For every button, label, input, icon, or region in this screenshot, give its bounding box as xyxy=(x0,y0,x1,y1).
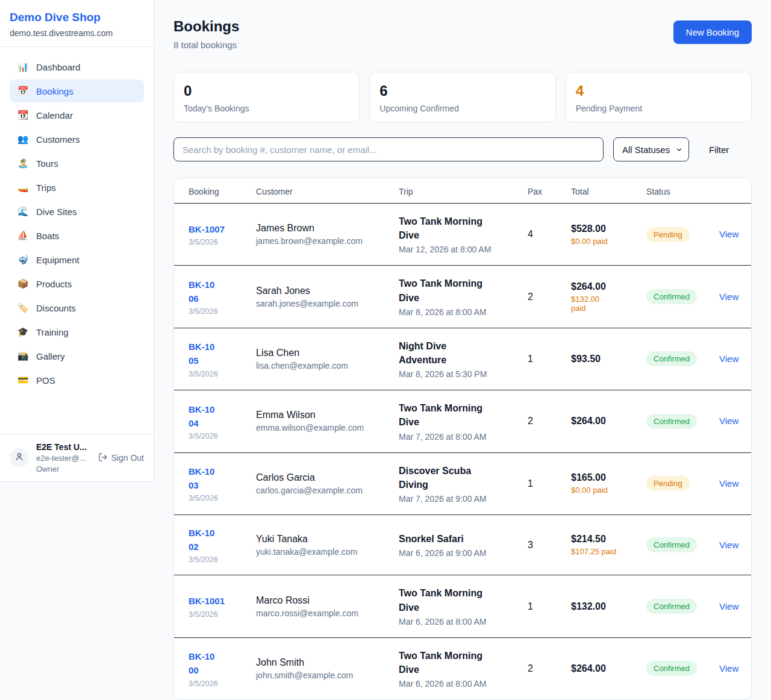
people-icon: 👥 xyxy=(17,134,29,145)
booking-id-link[interactable]: BK-1000 xyxy=(189,649,215,678)
booking-row: BK-1001 3/5/2026 Marco Rossi marco.rossi… xyxy=(174,575,752,637)
booking-date: 3/5/2026 xyxy=(189,555,242,564)
sign-out-label: Sign Out xyxy=(111,453,144,463)
view-link[interactable]: View xyxy=(714,663,738,673)
booking-id-link[interactable]: BK-1001 xyxy=(189,594,242,608)
customer-email: marco.rossi@example.com xyxy=(256,608,384,618)
table-header-row: Booking Customer Trip Pax Total Status xyxy=(174,178,752,204)
stats-row: 0 Today's Bookings 6 Upcoming Confirmed … xyxy=(173,72,752,122)
booking-id-link[interactable]: BK-1004 xyxy=(189,402,215,431)
sidebar-item-tours[interactable]: 🏝️ Tours xyxy=(10,152,144,175)
customer-email: james.brown@example.com xyxy=(256,236,384,246)
booking-date: 3/5/2026 xyxy=(189,680,242,688)
customer-name: Lisa Chen xyxy=(256,348,384,358)
trip-name: Two Tank Morning Dive xyxy=(399,586,492,614)
total-amount: $132.00 xyxy=(571,601,632,612)
pax-count: 2 xyxy=(528,663,533,673)
total-amount: $528.00 xyxy=(571,223,632,234)
col-header-booking: Booking xyxy=(174,178,249,204)
col-header-total: Total xyxy=(564,178,639,204)
booking-date: 3/5/2026 xyxy=(189,238,242,246)
bar-chart-icon: 📊 xyxy=(17,61,29,72)
stat-card: 4 Pending Payment xyxy=(566,72,752,122)
status-badge: Pending xyxy=(646,476,690,491)
customer-email: sarah.jones@example.com xyxy=(256,299,384,308)
total-amount: $264.00 xyxy=(571,663,632,674)
booking-row: BK-1000 3/5/2026 John Smith john.smith@e… xyxy=(174,637,752,699)
paid-amount: $0.00 paid xyxy=(571,237,632,246)
booking-row: BK-1005 3/5/2026 Lisa Chen lisa.chen@exa… xyxy=(174,328,752,390)
sidebar-item-trips[interactable]: 🚤 Trips xyxy=(10,176,144,199)
customer-name: Emma Wilson xyxy=(256,410,384,420)
pax-count: 4 xyxy=(528,229,533,239)
booking-date: 3/5/2026 xyxy=(189,494,242,502)
customer-name: Sarah Jones xyxy=(256,286,384,296)
trip-name: Two Tank Morning Dive xyxy=(399,649,492,677)
filter-button[interactable]: Filter xyxy=(709,145,729,155)
credit-card-icon: 💳 xyxy=(17,375,29,386)
sidebar-item-dive-sites[interactable]: 🌊 Dive Sites xyxy=(10,200,144,223)
sidebar-item-calendar[interactable]: 📆 Calendar xyxy=(10,104,144,127)
view-link[interactable]: View xyxy=(714,354,738,364)
search-input[interactable] xyxy=(173,137,604,161)
booking-id-link[interactable]: BK-1007 xyxy=(189,222,242,236)
tear-off-calendar-icon: 📆 xyxy=(17,110,29,120)
brand-title: Demo Dive Shop xyxy=(10,11,144,24)
sidebar-item-products[interactable]: 📦 Products xyxy=(10,272,144,295)
booking-row: BK-1007 3/5/2026 James Brown james.brown… xyxy=(174,204,752,266)
sidebar-item-equipment[interactable]: 🤿 Equipment xyxy=(10,248,144,271)
brand-box: Demo Dive Shop demo.test.divestreams.com xyxy=(0,0,154,47)
view-link[interactable]: View xyxy=(714,292,738,302)
sidebar-item-bookings[interactable]: 📅 Bookings xyxy=(10,80,144,102)
booking-date: 3/5/2026 xyxy=(189,307,242,316)
booking-row: BK-1003 3/5/2026 Carlos Garcia carlos.ga… xyxy=(174,452,752,514)
sidebar-item-training[interactable]: 🎓 Training xyxy=(10,320,144,343)
pax-count: 2 xyxy=(528,292,533,302)
page-subtitle: 8 total bookings xyxy=(173,40,239,50)
wave-icon: 🌊 xyxy=(17,206,29,217)
bookings-table-card: Booking Customer Trip Pax Total Status B… xyxy=(173,178,752,700)
status-badge: Confirmed xyxy=(646,661,697,676)
new-booking-button[interactable]: New Booking xyxy=(673,20,752,44)
booking-date: 3/5/2026 xyxy=(189,370,242,378)
view-link[interactable]: View xyxy=(714,540,738,550)
booking-id-link[interactable]: BK-1006 xyxy=(189,278,215,306)
total-amount: $214.50 xyxy=(571,534,632,545)
status-badge: Confirmed xyxy=(646,599,697,614)
trip-datetime: Mar 6, 2026 at 9:00 AM xyxy=(399,548,513,558)
customer-name: Carlos Garcia xyxy=(256,472,384,483)
user-info: E2E Test U... e2e-tester@... Owner xyxy=(36,442,87,473)
stat-value: 4 xyxy=(576,83,741,99)
view-link[interactable]: View xyxy=(714,601,738,611)
sidebar-item-boats[interactable]: ⛵ Boats xyxy=(10,224,144,247)
paid-amount: $132.00 paid xyxy=(571,295,608,313)
stat-value: 6 xyxy=(379,83,545,99)
view-link[interactable]: View xyxy=(714,478,738,489)
trip-name: Night Dive Adventure xyxy=(399,339,492,367)
stat-label: Upcoming Confirmed xyxy=(379,104,545,113)
camera-icon: 📸 xyxy=(17,351,29,361)
view-link[interactable]: View xyxy=(714,229,738,239)
sidebar-item-discounts[interactable]: 🏷️ Discounts xyxy=(10,296,144,319)
view-link[interactable]: View xyxy=(714,416,738,426)
booking-id-link[interactable]: BK-1003 xyxy=(189,464,215,493)
total-amount: $165.00 xyxy=(571,472,632,483)
stat-label: Pending Payment xyxy=(576,104,741,113)
status-badge: Confirmed xyxy=(646,289,697,304)
sidebar-item-customers[interactable]: 👥 Customers xyxy=(10,128,144,151)
paid-amount: $0.00 paid xyxy=(571,486,632,495)
col-header-customer: Customer xyxy=(249,178,392,204)
booking-id-link[interactable]: BK-1002 xyxy=(189,526,215,554)
sidebar-item-gallery[interactable]: 📸 Gallery xyxy=(10,345,144,367)
sidebar-item-dashboard[interactable]: 📊 Dashboard xyxy=(10,55,144,78)
trip-datetime: Mar 8, 2026 at 5:30 PM xyxy=(399,369,513,379)
trip-name: Two Tank Morning Dive xyxy=(399,214,492,242)
calendar-date-icon: 📅 xyxy=(17,86,29,96)
customer-email: lisa.chen@example.com xyxy=(256,361,384,370)
sign-out-button[interactable]: Sign Out xyxy=(98,452,144,464)
page-title: Bookings xyxy=(173,18,239,35)
sidebar-item-pos[interactable]: 💳 POS xyxy=(10,369,144,392)
booking-row: BK-1006 3/5/2026 Sarah Jones sarah.jones… xyxy=(174,266,752,328)
status-filter-select[interactable]: All Statuses xyxy=(613,137,689,161)
booking-id-link[interactable]: BK-1005 xyxy=(189,340,215,368)
